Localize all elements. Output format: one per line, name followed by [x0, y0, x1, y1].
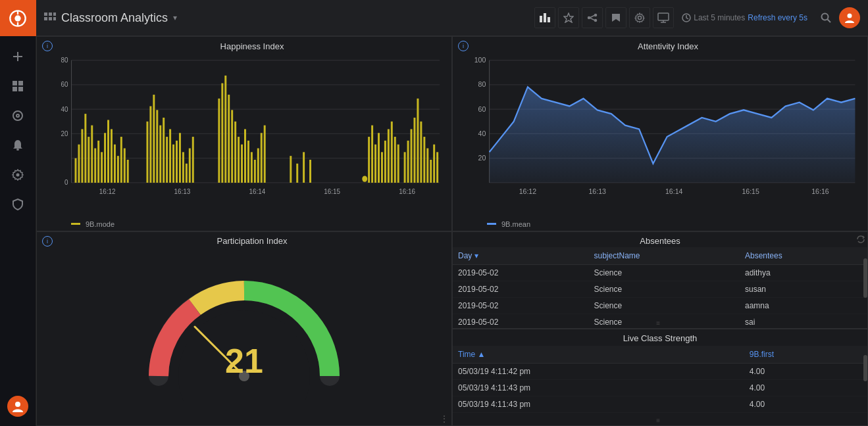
monitor-btn[interactable]	[653, 7, 674, 28]
absentees-table: Day ▾ subjectName Absentees 2019-05-02Sc…	[453, 247, 867, 329]
sidebar-item-shield[interactable]	[0, 189, 36, 219]
col-time[interactable]: Time ▲	[453, 346, 744, 364]
happiness-legend: 9B.mode	[37, 219, 451, 231]
svg-rect-91	[238, 137, 240, 183]
svg-rect-77	[169, 129, 171, 183]
resize-handle[interactable]: ⋮	[440, 414, 449, 424]
happiness-legend-color	[71, 223, 80, 225]
svg-rect-90	[234, 122, 236, 183]
live-class-table-row: 05/03/19 4:11:43 pm4.00	[453, 380, 867, 396]
svg-rect-68	[124, 149, 126, 183]
gauge-container: 21	[37, 248, 451, 426]
live-class-table-row: 05/03/19 4:11:42 pm4.00	[453, 364, 867, 380]
share-btn[interactable]	[582, 7, 603, 28]
svg-point-1	[14, 15, 20, 21]
svg-rect-9	[18, 87, 23, 91]
attentivity-title: Attentivity Index	[474, 41, 862, 51]
svg-rect-19	[49, 17, 52, 20]
bar-chart-btn[interactable]	[534, 7, 555, 28]
live-class-scrollbar[interactable]	[863, 348, 867, 425]
attentivity-panel: i Attentivity Index 100 80 60	[452, 36, 868, 231]
svg-rect-96	[254, 160, 256, 183]
dashboard-grid: i Happiness Index 80 60 40	[36, 36, 868, 426]
svg-rect-65	[114, 145, 116, 183]
svg-text:20: 20	[478, 154, 486, 162]
sidebar-item-settings[interactable]	[0, 160, 36, 189]
cell-time: 05/03/19 4:11:43 pm	[453, 396, 744, 413]
sidebar-item-alerts[interactable]	[0, 130, 36, 160]
svg-rect-122	[426, 149, 428, 183]
svg-rect-119	[417, 99, 419, 183]
svg-rect-109	[381, 152, 383, 183]
svg-rect-63	[107, 120, 109, 182]
svg-text:16:13: 16:13	[588, 187, 605, 196]
cell-day: 2019-05-02	[453, 264, 588, 281]
cell-subject: Science	[588, 314, 740, 329]
gauge-svg: 21	[132, 258, 356, 402]
user-btn[interactable]	[839, 7, 860, 28]
star-btn[interactable]	[558, 7, 579, 28]
svg-point-25	[595, 14, 597, 16]
search-btn[interactable]	[815, 7, 836, 28]
svg-rect-20	[53, 17, 56, 20]
absentees-table-row: 2019-05-02Sciencesai	[453, 314, 867, 329]
svg-point-13	[16, 173, 20, 176]
svg-rect-92	[241, 145, 243, 183]
svg-rect-93	[244, 129, 246, 183]
happiness-panel: i Happiness Index 80 60 40	[36, 36, 452, 231]
svg-text:40: 40	[61, 105, 68, 113]
happiness-info-btn[interactable]: i	[42, 41, 53, 51]
svg-rect-88	[228, 95, 230, 183]
participation-info-btn[interactable]: i	[42, 236, 53, 247]
absentees-refresh-btn[interactable]	[857, 235, 865, 245]
svg-rect-58	[91, 126, 93, 183]
svg-rect-85	[218, 99, 220, 183]
svg-rect-124	[433, 145, 435, 183]
svg-rect-7	[18, 81, 23, 85]
col-absentees[interactable]: Absentees	[740, 247, 867, 265]
sidebar-item-add[interactable]	[0, 41, 36, 71]
svg-marker-143	[490, 87, 855, 183]
svg-rect-82	[186, 164, 188, 183]
col-strength[interactable]: 9B.first	[744, 346, 867, 364]
svg-rect-67	[120, 137, 122, 183]
absentees-scrollbar[interactable]	[863, 252, 867, 329]
refresh-link[interactable]: Refresh every 5s	[748, 13, 807, 22]
svg-text:16:16: 16:16	[399, 187, 415, 196]
header-dropdown-btn[interactable]: ▾	[173, 13, 177, 22]
svg-rect-29	[658, 13, 669, 20]
svg-rect-5	[13, 56, 22, 57]
svg-rect-108	[378, 133, 380, 183]
cell-day: 2019-05-02	[453, 314, 588, 329]
sidebar-logo[interactable]	[0, 0, 36, 36]
svg-rect-99	[264, 126, 266, 183]
svg-rect-105	[368, 137, 370, 183]
cell-time: 05/03/19 4:11:43 pm	[453, 380, 744, 396]
svg-rect-16	[49, 12, 52, 16]
svg-rect-97	[257, 149, 259, 183]
col-subject[interactable]: subjectName	[588, 247, 740, 265]
sidebar	[0, 0, 36, 426]
attentivity-info-btn[interactable]: i	[458, 41, 469, 51]
svg-text:80: 80	[61, 55, 68, 64]
save-btn[interactable]	[605, 7, 626, 28]
sidebar-item-explore[interactable]	[0, 101, 36, 130]
svg-text:16:14: 16:14	[249, 187, 265, 196]
col-day[interactable]: Day ▾	[453, 247, 588, 265]
absentees-resize[interactable]: ≡	[656, 320, 660, 327]
sidebar-item-dashboard[interactable]	[0, 71, 36, 101]
svg-rect-117	[411, 129, 413, 183]
attentivity-panel-header: i Attentivity Index	[453, 37, 867, 53]
live-class-table-body: 05/03/19 4:11:42 pm4.0005/03/19 4:11:43 …	[453, 364, 867, 413]
svg-rect-71	[149, 106, 151, 183]
svg-rect-83	[189, 149, 191, 183]
svg-rect-100	[290, 156, 292, 183]
absentees-table-body: 2019-05-02Scienceadithya2019-05-02Scienc…	[453, 264, 867, 329]
svg-point-104	[362, 176, 367, 181]
sidebar-avatar[interactable]	[0, 391, 36, 421]
svg-rect-81	[182, 152, 184, 183]
svg-rect-8	[13, 87, 17, 91]
svg-rect-18	[44, 17, 47, 20]
header-grid-icon	[44, 12, 56, 24]
gear-btn[interactable]	[629, 7, 650, 28]
